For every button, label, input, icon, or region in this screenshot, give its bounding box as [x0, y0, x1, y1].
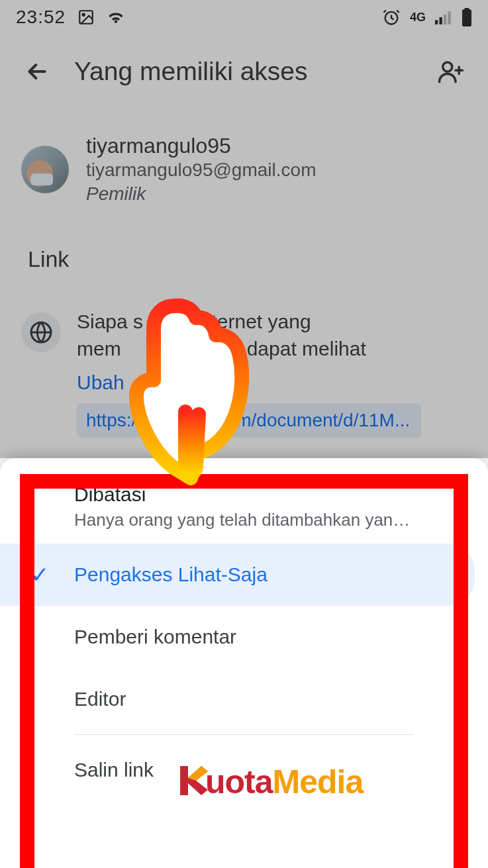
sheet-option-restricted[interactable]: Dibatasi Hanya orang yang telah ditambah…: [0, 458, 488, 544]
owner-row: tiyarmangulo95 tiyarmangulo95@gmail.com …: [0, 126, 488, 213]
commenter-label: Pemberi komentar: [74, 626, 236, 648]
signal-icon: [435, 10, 452, 24]
sheet-option-copy-link[interactable]: Salin link: [0, 739, 488, 801]
link-row: Siapa saja di internet yang memdapat mel…: [0, 302, 488, 444]
copy-link-label: Salin link: [74, 759, 154, 781]
network-label: 4G: [410, 11, 426, 23]
svg-point-1: [83, 14, 85, 16]
clock: 23:52: [16, 7, 66, 28]
owner-name: tiyarmangulo95: [86, 134, 316, 158]
svg-rect-6: [448, 11, 451, 24]
page-title: Yang memiliki akses: [74, 57, 414, 86]
change-link[interactable]: Ubah: [77, 371, 467, 394]
viewer-label: Pengakses Lihat-Saja: [74, 563, 268, 585]
sheet-option-commenter[interactable]: Pemberi komentar: [0, 606, 488, 668]
wifi-icon: [107, 10, 125, 24]
link-access-description: Siapa saja di internet yang memdapat mel…: [77, 309, 467, 362]
status-bar: 23:52 4G: [0, 0, 488, 34]
check-icon: ✓: [30, 561, 49, 588]
sheet-option-editor[interactable]: Editor: [0, 668, 488, 730]
svg-rect-7: [462, 9, 471, 26]
owner-role: Pemilik: [86, 183, 316, 205]
divider: [74, 734, 414, 735]
share-url-chip[interactable]: https:/m/document/d/11M...: [77, 403, 421, 438]
svg-rect-5: [444, 15, 446, 24]
image-icon: [77, 9, 95, 26]
avatar: [21, 146, 69, 193]
editor-label: Editor: [74, 688, 126, 710]
globe-icon: [21, 313, 61, 352]
add-person-button[interactable]: [435, 56, 467, 87]
alarm-icon: [382, 8, 401, 26]
link-section-heading: Link: [28, 246, 69, 272]
battery-icon: [462, 8, 472, 26]
role-bottom-sheet: Dibatasi Hanya orang yang telah ditambah…: [0, 458, 488, 868]
restricted-subtitle: Hanya orang yang telah ditambahkan yang …: [74, 510, 414, 530]
svg-rect-8: [465, 8, 469, 11]
back-button[interactable]: [21, 56, 53, 87]
svg-point-9: [443, 62, 452, 72]
owner-email: tiyarmangulo95@gmail.com: [86, 160, 316, 181]
sheet-option-viewer[interactable]: ✓ Pengakses Lihat-Saja: [0, 544, 475, 606]
app-bar: Yang memiliki akses: [0, 38, 488, 105]
restricted-title: Dibatasi: [74, 483, 414, 506]
svg-rect-3: [435, 20, 438, 24]
svg-rect-4: [440, 17, 442, 24]
